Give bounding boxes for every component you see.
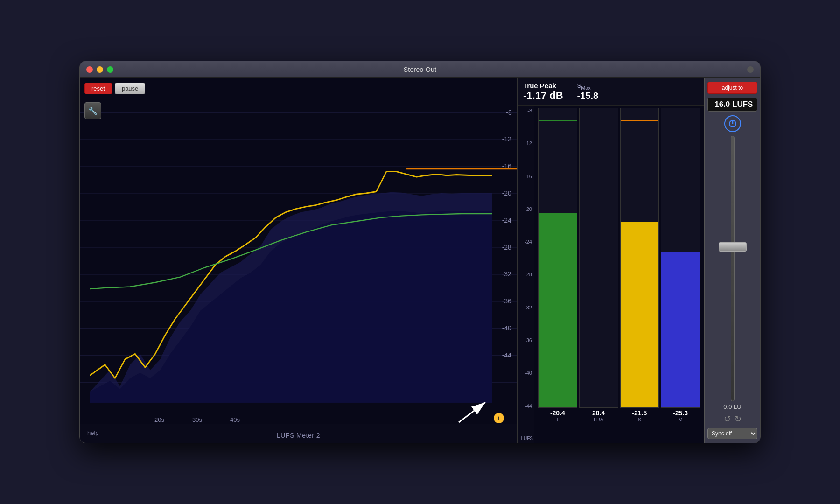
info-icon[interactable]: i (494, 413, 504, 423)
meters-panel: True Peak -1.17 dB SMax -15.8 -8 -12 -16… (518, 78, 704, 443)
scale-minus28: -28 (518, 272, 534, 277)
close-button[interactable] (86, 66, 93, 73)
main-window: Stereo Out reset pause 🔧 (79, 61, 761, 443)
svg-text:-28: -28 (502, 243, 511, 251)
window-controls (86, 66, 113, 73)
fader-track[interactable] (731, 136, 735, 401)
time-axis: 20s 30s 40s (80, 416, 517, 423)
sync-select[interactable]: Sync off (707, 428, 757, 439)
power-icon (728, 119, 737, 128)
svg-text:-8: -8 (506, 108, 511, 116)
scale-minus40: -40 (518, 370, 534, 376)
svg-text:-12: -12 (502, 135, 511, 143)
right-minimize-button[interactable] (747, 66, 754, 73)
minimize-button[interactable] (97, 66, 103, 73)
meter-LRA: 20.4 LRA (579, 108, 618, 422)
svg-text:-32: -32 (502, 270, 511, 278)
lufs-chart: -8 -12 -16 -20 -24 -28 -32 -36 -40 -44 (80, 78, 517, 424)
adjust-button[interactable]: adjust to (707, 82, 757, 94)
smax-section: SMax -15.8 (577, 82, 599, 101)
reset-button[interactable]: reset (84, 83, 112, 94)
meter-M: -25.3 M (661, 108, 700, 422)
scale-minus24: -24 (518, 239, 534, 245)
meter-I: -20.4 I (538, 108, 577, 422)
chart-area: reset pause 🔧 (80, 78, 518, 443)
fader-thumb[interactable] (719, 242, 747, 252)
true-peak-info: True Peak -1.17 dB (523, 82, 563, 102)
time-label-30s: 30s (192, 416, 202, 423)
scale-minus32: -32 (518, 305, 534, 310)
title-bar: Stereo Out (80, 61, 760, 78)
scale-minus36: -36 (518, 337, 534, 343)
pause-button[interactable]: pause (115, 83, 145, 94)
meter-I-label: I (557, 417, 558, 422)
wrench-icon: 🔧 (88, 106, 98, 115)
smax-value: -15.8 (577, 91, 599, 101)
settings-button[interactable]: 🔧 (84, 102, 101, 119)
svg-text:-36: -36 (502, 297, 511, 305)
svg-text:-44: -44 (502, 351, 511, 359)
power-button[interactable] (724, 115, 741, 132)
scale-minus20: -20 (518, 206, 534, 212)
right-panel: adjust to -16.0 LUFS 0.0 LU ↺ ↻ Sync off (704, 78, 760, 443)
help-text: help (87, 429, 99, 436)
app-name: LUFS Meter 2 (277, 432, 320, 439)
svg-line-24 (459, 402, 485, 422)
fader-value: 0.0 LU (723, 403, 741, 410)
scale-minus8: -8 (518, 108, 534, 113)
meter-LRA-label: LRA (594, 417, 603, 422)
window-title: Stereo Out (404, 66, 437, 73)
maximize-button[interactable] (107, 66, 113, 73)
meter-LRA-value: 20.4 (592, 409, 605, 417)
undo-button[interactable]: ↺ (724, 414, 731, 424)
meter-I-value: -20.4 (550, 409, 565, 417)
meter-S: -21.5 S (620, 108, 659, 422)
meter-S-label: S (638, 417, 641, 422)
undo-redo-row: ↺ ↻ (724, 414, 742, 424)
scale-minus44: -44 (518, 403, 534, 409)
time-label-40s: 40s (230, 416, 240, 423)
lufs-unit-label: LUFS (518, 436, 534, 441)
svg-text:-20: -20 (502, 189, 511, 197)
scale-minus12: -12 (518, 140, 534, 146)
svg-text:-24: -24 (502, 216, 511, 224)
meter-M-value: -25.3 (673, 409, 688, 417)
svg-text:-40: -40 (502, 324, 511, 332)
lufs-target-display: -16.0 LUFS (707, 98, 757, 112)
main-content: reset pause 🔧 (80, 78, 760, 443)
true-peak-section: True Peak -1.17 dB SMax -15.8 (518, 78, 704, 106)
smax-label: SMax (577, 82, 599, 91)
meter-M-label: M (679, 417, 683, 422)
true-peak-value: -1.17 dB (523, 90, 563, 102)
time-label-20s: 20s (154, 416, 164, 423)
fader-container: 0.0 LU (707, 136, 757, 410)
meter-S-value: -21.5 (632, 409, 647, 417)
true-peak-label: True Peak (523, 82, 563, 90)
arrow-indicator (456, 397, 494, 427)
chart-controls: reset pause (84, 83, 145, 94)
scale-minus16: -16 (518, 174, 534, 179)
redo-button[interactable]: ↻ (735, 414, 742, 424)
